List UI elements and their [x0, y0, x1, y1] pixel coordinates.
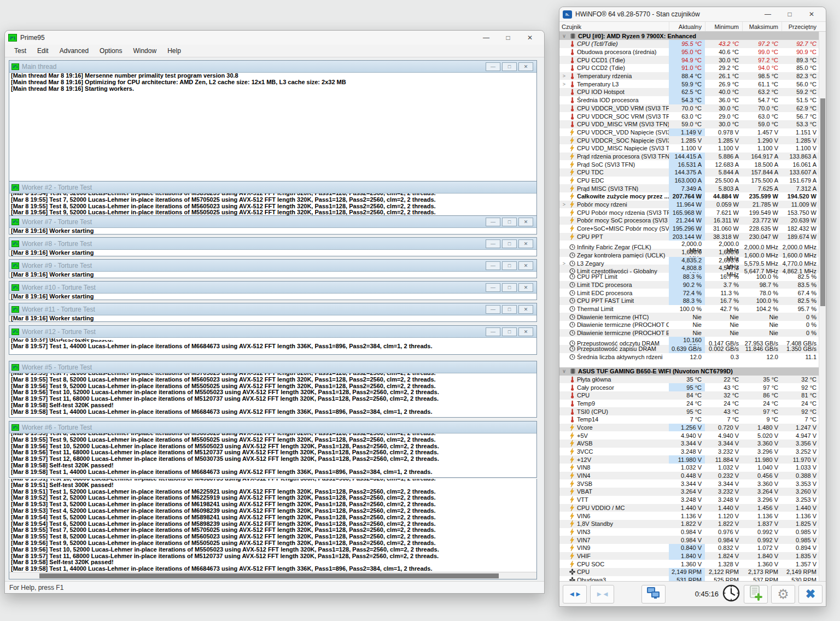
- chevron-down-icon[interactable]: ∨: [561, 33, 567, 39]
- sensor-row[interactable]: Limit TDC procesora90.2 %3.7 %98.7 %83.5…: [559, 281, 819, 289]
- mdi-titlebar[interactable]: 2ᴾ1Worker #8 - Torture Test—□✕: [9, 238, 536, 250]
- exit-button[interactable]: ✖: [798, 585, 822, 604]
- mdi-restore-icon[interactable]: □: [502, 305, 517, 314]
- sensor-row[interactable]: CPU VDDCR_VDD Napięcie (SVI3 ...1.149 V0…: [559, 128, 819, 137]
- sensor-row[interactable]: Zegar kontrolera pamięci (UCLK)1,600.0 M…: [559, 249, 819, 257]
- maximize-icon[interactable]: □: [779, 8, 801, 21]
- sensor-row[interactable]: Całkowite zużycie mocy przez ...207.764 …: [559, 192, 819, 201]
- menu-test[interactable]: Test: [9, 46, 31, 56]
- sensor-row[interactable]: VIN61.136 V1.120 V1.136 V1.136 V: [559, 512, 819, 520]
- sensor-row[interactable]: Pobór mocy SoC procesora (SVI3 ...21.244…: [559, 216, 819, 225]
- menu-advanced[interactable]: Advanced: [55, 46, 94, 56]
- sensor-row[interactable]: Dławienie termiczne (PROCHOT CP...NieNie…: [559, 321, 819, 329]
- menu-window[interactable]: Window: [128, 46, 161, 56]
- sensor-row[interactable]: CPU PPT203.144 W38.318 W230.047 W189.674…: [559, 233, 819, 241]
- sensor-row[interactable]: CPU IOD Hotspot62.5 °C40.0 °C63.2 °C59.2…: [559, 88, 819, 96]
- sensor-row[interactable]: VIN81.032 V1.032 V1.040 V1.033 V: [559, 464, 819, 472]
- mdi-restore-icon[interactable]: □: [502, 218, 517, 226]
- minimize-icon[interactable]: —: [475, 31, 497, 44]
- sensor-row[interactable]: Płyta główna35 °C22 °C35 °C32 °C: [559, 376, 819, 384]
- close-icon[interactable]: ✕: [801, 8, 822, 21]
- sensor-row[interactable]: TSI0 (CPU)95 °C43 °C97 °C92 °C: [559, 407, 819, 415]
- chevron-down-icon[interactable]: ∨: [561, 368, 567, 374]
- menu-edit[interactable]: Edit: [32, 46, 54, 56]
- sensor-row[interactable]: CPU VDDIO / MC1.440 V1.440 V1.456 V1.440…: [559, 504, 819, 512]
- mdi-close-icon[interactable]: ✕: [518, 261, 533, 270]
- chevron-right-icon[interactable]: >: [561, 81, 567, 87]
- minimize-icon[interactable]: —: [757, 8, 779, 21]
- sensor-row[interactable]: CPU VDDCR_SOC VRM (SVI3 TFN)63.0 °C29.0 …: [559, 112, 819, 120]
- sensor-row[interactable]: VIN90.840 V0.832 V1.072 V0.894 V: [559, 544, 819, 552]
- sensor-row[interactable]: CPU VDD_MISC VRM (SVI3 TFN)59.0 °C30.0 °…: [559, 120, 819, 128]
- sensor-row[interactable]: Cały procesor95 °C43 °C97 °C92 °C: [559, 383, 819, 391]
- column-header-minimum[interactable]: Minimum: [705, 22, 742, 31]
- mdi-titlebar[interactable]: 2ᴾ1Main thread—□✕: [9, 61, 536, 73]
- mdi-minimize-icon[interactable]: —: [486, 239, 500, 248]
- sensor-row[interactable]: CPU EDC163.000 A25.500 A175.500 A151.679…: [559, 177, 819, 185]
- mdi-close-icon[interactable]: ✕: [518, 327, 533, 336]
- sensor-row[interactable]: CPU TDC144.375 A5.844 A157.844 A133.607 …: [559, 168, 819, 177]
- sensor-row[interactable]: CPU Pobór mocy rdzenia (SVI3 TFN)165.968…: [559, 208, 819, 216]
- sensor-row[interactable]: Przepustowość zapisu DRAM0.639 GB/s0.002…: [559, 345, 819, 353]
- sensor-row[interactable]: Obudowa3531 RPM525 RPM537 RPM530 RPM: [559, 576, 819, 581]
- scrollbar-thumb[interactable]: [820, 98, 825, 306]
- mdi-titlebar[interactable]: 2ᴾ1Worker #2 - Torture Test: [9, 181, 536, 194]
- sensor-row[interactable]: Średnia IOD procesora54.3 °C36.0 °C54.7 …: [559, 96, 819, 104]
- chevron-right-icon[interactable]: >: [561, 202, 567, 207]
- sensor-row[interactable]: CPU CCD2 (Tdie)91.0 °C29.2 °C94.0 °C85.0…: [559, 64, 819, 72]
- mdi-minimize-icon[interactable]: —: [486, 283, 500, 292]
- collapse-all-button[interactable]: ►◄: [590, 585, 614, 604]
- remote-monitoring-button[interactable]: [641, 585, 666, 604]
- sensor-row[interactable]: Średnia liczba aktywnych rdzeni12.00.312…: [559, 353, 819, 361]
- chevron-right-icon[interactable]: >: [561, 73, 567, 79]
- sensor-row[interactable]: CPU84 °C32 °C86 °C81 °C: [559, 391, 819, 400]
- sensor-row[interactable]: >L3 Zegary4,835.2 MHz2,693.8 MHz5,579.5 …: [559, 257, 819, 265]
- mdi-close-icon[interactable]: ✕: [518, 239, 533, 248]
- mdi-restore-icon[interactable]: □: [502, 62, 517, 71]
- sensor-row[interactable]: +12V11.980 V11.884 V11.980 V11.970 V: [559, 455, 819, 464]
- sensor-row[interactable]: +5V4.940 V4.940 V5.020 V4.947 V: [559, 431, 819, 440]
- mdi-restore-icon[interactable]: □: [502, 239, 517, 248]
- sensor-row[interactable]: Prąd rdzenia procesora (SVI3 TFN)144.415…: [559, 153, 819, 161]
- mdi-titlebar[interactable]: 2ᴾ1Worker #10 - Torture Test—□✕: [9, 282, 536, 294]
- vertical-scrollbar[interactable]: [819, 32, 826, 581]
- sensor-row[interactable]: Thermal Limit100.0 %42.7 %104.2 %95.7 %: [559, 305, 819, 313]
- sensor-row[interactable]: VIN40.448 V0.232 V0.456 V0.388 V: [559, 472, 819, 480]
- column-header-maksimum[interactable]: Maksimum: [742, 22, 781, 31]
- menu-options[interactable]: Options: [95, 46, 127, 56]
- sensor-row[interactable]: Vcore1.256 V0.720 V1.480 V1.247 V: [559, 424, 819, 432]
- sensor-row[interactable]: Dławienie termiczne (HTC)NieNieNie0 %: [559, 313, 819, 321]
- sensor-row[interactable]: CPU VDDCR_VDD VRM (SVI3 TFN)70.0 °C30.0 …: [559, 104, 819, 113]
- sensor-row[interactable]: Limit częstotliwości - Globalny4,808.8 M…: [559, 265, 819, 273]
- sensor-row[interactable]: CPU PPT FAST Limit88.3 %16.7 %100.0 %82.…: [559, 297, 819, 305]
- sensor-row[interactable]: 1,8V Standby1.822 V1.822 V1.837 V1.825 V: [559, 520, 819, 528]
- sensor-row[interactable]: Temp147 °C7 °C9 °C7 °C: [559, 415, 819, 424]
- mdi-restore-icon[interactable]: □: [502, 261, 517, 270]
- mdi-titlebar[interactable]: 2ᴾ1Worker #11 - Torture Test—□✕: [9, 303, 536, 315]
- column-header-czujnik[interactable]: Czujnik: [559, 22, 669, 31]
- sensor-group-header[interactable]: ∨CPU [#0]: AMD Ryzen 9 7900X: Enhanced: [559, 32, 819, 40]
- maximize-icon[interactable]: □: [497, 31, 519, 44]
- horizontal-scrollbar[interactable]: [9, 572, 536, 579]
- sensor-row[interactable]: CPU SOC1.360 V1.328 V1.360 V1.357 V: [559, 560, 819, 568]
- mdi-restore-icon[interactable]: □: [502, 327, 517, 336]
- sensor-row[interactable]: AVSB3.344 V3.344 V3.360 V3.356 V: [559, 440, 819, 448]
- mdi-minimize-icon[interactable]: —: [486, 218, 500, 226]
- scrollbar-thumb[interactable]: [39, 573, 499, 578]
- sensor-row[interactable]: CPU PPT Limit88.3 %16.7 %100.0 %82.5 %: [559, 273, 819, 281]
- mdi-close-icon[interactable]: ✕: [518, 283, 533, 292]
- column-header-aktualny[interactable]: Aktualny: [669, 22, 705, 31]
- mdi-titlebar[interactable]: 2ᴾ1Worker #5 - Torture Test: [9, 361, 536, 373]
- sensor-row[interactable]: >Pobór mocy rdzeni11.964 W0.059 W21.785 …: [559, 201, 819, 209]
- expand-all-button[interactable]: ◄►: [563, 585, 587, 604]
- sensor-row[interactable]: 3VCC3.248 V3.232 V3.296 V3.252 V: [559, 448, 819, 456]
- sensor-row[interactable]: CPU (Tctl/Tdie)95.5 °C43.2 °C97.2 °C92.7…: [559, 40, 819, 48]
- sensor-row[interactable]: VBAT3.264 V3.232 V3.264 V3.260 V: [559, 488, 819, 496]
- mdi-minimize-icon[interactable]: —: [486, 305, 500, 314]
- sensor-row[interactable]: CPU2,149 RPM2,122 RPM2,173 RPM2,149 RPM: [559, 568, 819, 576]
- mdi-titlebar[interactable]: 2ᴾ1Worker #12 - Torture Test—□✕: [9, 326, 536, 338]
- sensor-row[interactable]: Limit EDC procesora72.4 %11.3 %78.0 %67.…: [559, 289, 819, 297]
- hwinfo-titlebar[interactable]: h. HWiNFO® 64 v8.28-5770 - Stan czujnikó…: [559, 7, 826, 21]
- close-icon[interactable]: ✕: [519, 31, 541, 44]
- sensor-row[interactable]: Dławienie termiczne (PROCHOT EXT)NieNieN…: [559, 329, 819, 337]
